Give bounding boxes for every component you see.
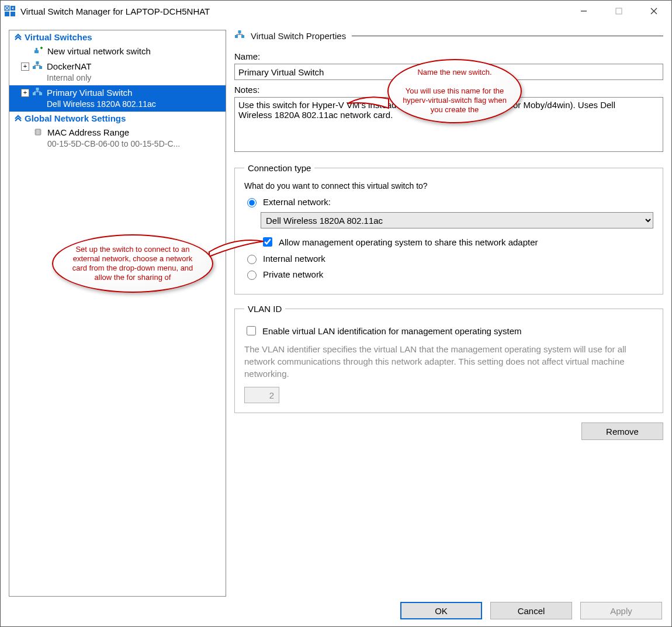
vlan-group: VLAN ID Enable virtual LAN identificatio… — [234, 304, 663, 413]
chevron-up-icon — [14, 32, 25, 42]
vlan-enable-row[interactable]: Enable virtual LAN identification for ma… — [244, 324, 653, 337]
maximize-button[interactable] — [601, 1, 636, 22]
notes-textarea[interactable]: Use this switch for Hyper-V VM's instead… — [234, 97, 663, 152]
svg-rect-11 — [39, 66, 42, 69]
external-network-radio-row[interactable]: External network: — [244, 196, 653, 207]
chip-icon — [32, 127, 44, 137]
chevron-up-icon — [14, 113, 25, 123]
svg-rect-5 — [616, 8, 622, 14]
properties-panel: Virtual Switch Properties Name: Notes: U… — [234, 30, 663, 597]
private-network-radio-row[interactable]: Private network — [244, 269, 653, 280]
svg-rect-10 — [33, 66, 36, 69]
remove-button[interactable]: Remove — [581, 422, 663, 440]
svg-rect-14 — [39, 92, 42, 95]
switch-add-icon — [32, 46, 44, 56]
minimize-button[interactable] — [566, 1, 601, 22]
dialog-buttons: OK Cancel Apply — [400, 602, 662, 619]
vlan-enable-checkbox[interactable] — [247, 326, 256, 335]
ok-button[interactable]: OK — [400, 602, 482, 619]
apply-button[interactable]: Apply — [580, 602, 662, 619]
virtual-switches-header[interactable]: Virtual Switches — [9, 30, 226, 44]
nic-select[interactable]: Dell Wireless 1820A 802.11ac — [261, 212, 653, 228]
left-tree-panel: Virtual Switches New virtual network swi… — [9, 30, 226, 597]
cancel-button[interactable]: Cancel — [490, 602, 572, 619]
notes-label: Notes: — [234, 85, 663, 95]
svg-rect-9 — [36, 48, 37, 50]
svg-rect-23 — [235, 35, 238, 38]
external-network-radio[interactable] — [247, 198, 257, 207]
allow-mgmt-checkbox[interactable] — [263, 237, 272, 247]
mac-range-item[interactable]: MAC Address Range 00-15-5D-CB-06-00 to 0… — [9, 125, 226, 151]
internal-network-radio[interactable] — [247, 255, 257, 264]
switch-icon — [32, 87, 43, 98]
expand-icon[interactable]: + — [21, 63, 29, 71]
connection-question: What do you want to connect this virtual… — [244, 181, 653, 190]
close-button[interactable] — [636, 1, 671, 22]
app-icon — [4, 5, 16, 17]
switch-icon — [32, 61, 43, 71]
dockernat-item[interactable]: + DockerNAT Internal only — [9, 59, 226, 85]
svg-rect-12 — [36, 61, 39, 64]
svg-rect-13 — [33, 92, 36, 95]
name-label: Name: — [234, 51, 663, 61]
svg-rect-25 — [238, 30, 241, 33]
connection-type-group: Connection type What do you want to conn… — [234, 163, 663, 295]
switch-icon — [234, 30, 245, 42]
properties-header: Virtual Switch Properties — [234, 30, 663, 42]
vlan-help-text: The VLAN identifier specifies the virtua… — [244, 343, 653, 380]
svg-rect-15 — [36, 88, 39, 91]
private-network-radio[interactable] — [247, 271, 257, 280]
window-controls — [566, 1, 671, 22]
new-virtual-switch-item[interactable]: New virtual network switch — [9, 44, 226, 59]
titlebar: Virtual Switch Manager for LAPTOP-DCH5NH… — [1, 1, 671, 22]
svg-rect-16 — [36, 129, 40, 135]
vlan-id-input — [244, 387, 279, 403]
svg-rect-2 — [5, 12, 9, 16]
internal-network-radio-row[interactable]: Internal network — [244, 253, 653, 264]
expand-icon[interactable]: + — [21, 89, 29, 97]
allow-mgmt-row[interactable]: Allow management operating system to sha… — [261, 235, 653, 248]
svg-rect-24 — [241, 35, 244, 38]
svg-rect-3 — [11, 12, 15, 16]
global-settings-header[interactable]: Global Network Settings — [9, 112, 226, 125]
primary-switch-item[interactable]: + Primary Virtual Switch Dell Wireless 1… — [9, 85, 226, 112]
window-title: Virtual Switch Manager for LAPTOP-DCH5NH… — [20, 6, 210, 16]
name-input[interactable] — [234, 64, 663, 80]
svg-rect-8 — [34, 50, 39, 53]
